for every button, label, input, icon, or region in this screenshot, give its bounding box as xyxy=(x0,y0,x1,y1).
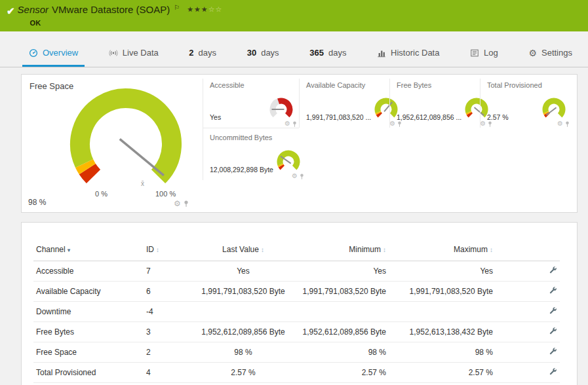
cell-maximum: 12,008,292,898 Byte xyxy=(389,383,496,385)
pin-icon[interactable] xyxy=(184,200,189,207)
column-label: Channel xyxy=(36,245,66,254)
tab-label: days xyxy=(199,48,216,58)
channel-label: Available Capacity xyxy=(306,81,387,89)
total-provisioned-gauge: ⚙ xyxy=(539,98,569,122)
cell-maximum: 98 % xyxy=(389,342,496,363)
table-row: Accessible 7 Yes Yes Yes xyxy=(33,261,560,282)
cell-channel: Uncommitted Bytes xyxy=(33,383,144,385)
cell-channel: Total Provisioned xyxy=(33,363,144,383)
sensor-title-block: Sensor VMware Datastore (SOAP) ⚐ ★★★☆☆ O… xyxy=(18,5,223,27)
cell-id: 5 xyxy=(144,383,188,385)
status-badge: OK xyxy=(30,19,223,27)
cell-channel: Available Capacity xyxy=(33,282,144,302)
table-row: Free Space 2 98 % 98 % 98 % xyxy=(33,342,560,363)
channel-settings-icon[interactable] xyxy=(549,367,557,376)
cell-channel: Accessible xyxy=(33,261,144,282)
channel-label: Free Bytes xyxy=(397,81,477,89)
tab-live-data[interactable]: Live Data xyxy=(102,41,165,67)
cell-id: 7 xyxy=(144,261,188,282)
column-header-last-value[interactable]: Last Value↕ xyxy=(188,241,298,261)
mini-gauges-grid: Accessible Yes ⚙ Available Capacity xyxy=(203,79,572,180)
gauge-gear-icon[interactable]: ⚙ xyxy=(284,120,290,127)
sensor-kind-label: Sensor xyxy=(18,5,49,16)
cell-minimum: 1,991,791,083,520 Byte xyxy=(298,282,389,302)
column-label: ID xyxy=(146,245,154,254)
cell-last-value: 2.57 % xyxy=(188,363,298,383)
cell-maximum: Yes xyxy=(389,261,496,282)
tab-label: Live Data xyxy=(123,48,159,58)
channel-settings-icon[interactable] xyxy=(549,286,557,295)
mini-gauge-cell-accessible: Accessible Yes ⚙ xyxy=(203,79,299,128)
cell-maximum: 1,991,791,083,520 Byte xyxy=(389,282,496,302)
pin-icon[interactable] xyxy=(565,121,570,127)
tab-number: 365 xyxy=(309,48,324,58)
tab-label: Historic Data xyxy=(391,48,439,58)
column-label: Minimum xyxy=(349,245,381,254)
cell-channel: Free Bytes xyxy=(33,322,144,342)
accessible-gauge: ⚙ xyxy=(266,98,296,122)
gauge-gear-icon[interactable]: ⚙ xyxy=(557,120,563,127)
tab-label: Settings xyxy=(541,48,572,58)
mini-gauge-cell-free-bytes: Free Bytes 1,952,612,089,856 ... ⚙ xyxy=(389,79,480,128)
table-row: Free Bytes 3 1,952,612,089,856 Byte 1,95… xyxy=(33,322,560,342)
tab-2-days[interactable]: 2 days xyxy=(182,41,223,67)
table-row: Uncommitted Bytes 5 12,008,292,898 Byte … xyxy=(33,383,560,385)
cell-id: -4 xyxy=(144,302,188,322)
cell-minimum xyxy=(298,302,389,322)
column-label: Last Value xyxy=(222,245,259,254)
flag-icon[interactable]: ⚐ xyxy=(174,4,180,11)
column-header-settings xyxy=(496,241,560,261)
cell-minimum: 12,008,292,898 Byte xyxy=(298,383,389,385)
cell-maximum: 2.57 % xyxy=(389,363,496,383)
pin-icon[interactable] xyxy=(300,174,304,179)
gauges-panel: Free Space x̄ 0 % 100 % 98 % ⚙ Accessibl… xyxy=(21,74,578,213)
gauge-gear-icon[interactable]: ⚙ xyxy=(174,200,181,208)
channel-settings-icon[interactable] xyxy=(549,347,557,356)
cell-last-value: 1,991,791,083,520 Byte xyxy=(188,282,298,302)
live-data-icon xyxy=(109,48,118,58)
channels-panel: Channel▾ ID↕ Last Value↕ Minimum↕ Maximu… xyxy=(21,222,578,385)
column-header-channel[interactable]: Channel▾ xyxy=(33,241,144,261)
channel-settings-icon[interactable] xyxy=(549,306,557,315)
cell-id: 3 xyxy=(144,322,188,342)
table-row: Downtime -4 xyxy=(33,302,560,322)
cell-minimum: 2.57 % xyxy=(298,363,389,383)
column-header-id[interactable]: ID↕ xyxy=(144,241,188,261)
cell-last-value xyxy=(188,302,298,322)
cell-minimum: 1,952,612,089,856 Byte xyxy=(298,322,389,342)
channel-settings-icon[interactable] xyxy=(549,327,557,335)
mini-gauge-cell-uncommitted-bytes: Uncommitted Bytes 12,008,292,898 Byte ⚙ xyxy=(203,128,299,180)
tab-historic-data[interactable]: Historic Data xyxy=(370,41,446,67)
channel-value: 12,008,292,898 Byte xyxy=(210,166,273,175)
sort-icon: ↕ xyxy=(383,246,386,253)
table-row: Total Provisioned 4 2.57 % 2.57 % 2.57 % xyxy=(33,363,560,383)
stars-filled: ★★★ xyxy=(187,5,208,13)
cell-minimum: 98 % xyxy=(298,342,389,363)
column-label: Maximum xyxy=(454,245,488,254)
cell-maximum xyxy=(389,302,496,322)
tab-365-days[interactable]: 365 days xyxy=(303,41,353,67)
log-list-icon xyxy=(470,48,479,58)
column-header-maximum[interactable]: Maximum↕ xyxy=(389,241,496,261)
overview-gauge-icon xyxy=(29,48,38,58)
tab-bar: Overview Live Data 2 days 30 days 365 da… xyxy=(0,41,588,67)
sort-icon: ↕ xyxy=(156,246,159,253)
sort-icon: ↕ xyxy=(261,246,264,253)
sort-desc-icon: ▾ xyxy=(68,247,71,253)
tab-30-days[interactable]: 30 days xyxy=(241,41,286,67)
column-header-minimum[interactable]: Minimum↕ xyxy=(298,241,389,261)
mini-gauge-cell-total-provisioned: Total Provisioned 2.57 % ⚙ xyxy=(480,79,572,128)
channel-label: Uncommitted Bytes xyxy=(210,134,296,141)
cell-id: 4 xyxy=(144,363,188,383)
gauge-min-label: 0 % xyxy=(95,190,108,198)
tab-label: days xyxy=(328,48,346,58)
tab-log[interactable]: Log xyxy=(463,41,505,67)
tab-settings[interactable]: ⚙ Settings xyxy=(522,41,579,67)
gauge-gear-icon[interactable]: ⚙ xyxy=(292,173,298,179)
tab-overview[interactable]: Overview xyxy=(22,41,85,67)
channel-value: 1,991,791,083,520 ... xyxy=(306,113,371,122)
pin-icon[interactable] xyxy=(292,121,297,127)
channel-settings-icon[interactable] xyxy=(549,266,557,274)
priority-stars[interactable]: ★★★☆☆ xyxy=(187,6,222,13)
stars-empty: ☆☆ xyxy=(208,5,223,13)
